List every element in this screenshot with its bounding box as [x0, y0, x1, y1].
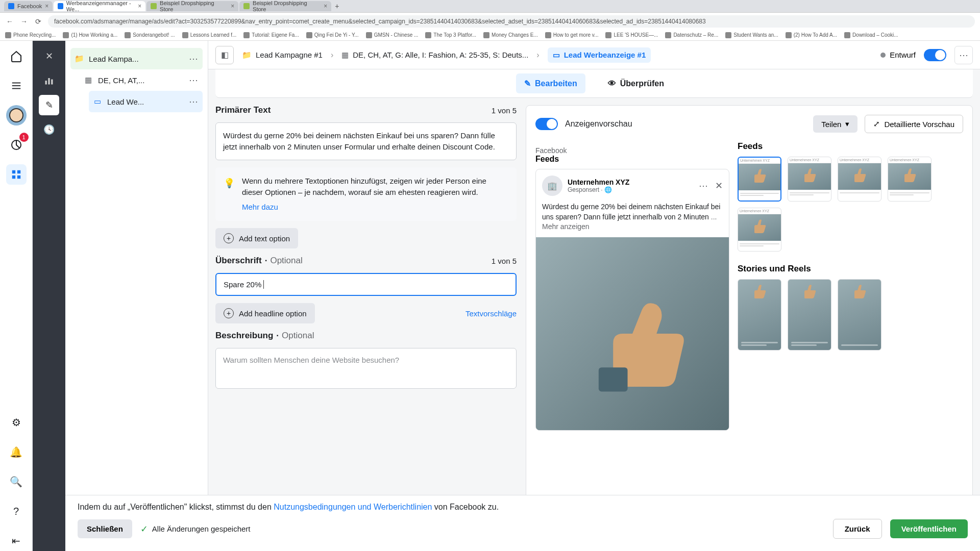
headline-input[interactable]: Spare 20% [215, 273, 517, 296]
bookmark-item[interactable]: Tutorial: Eigene Fa... [243, 32, 299, 38]
placement-thumb[interactable]: Unternehmen XYZ [788, 157, 831, 202]
folder-icon: 📁 [75, 54, 84, 63]
breadcrumb-ad[interactable]: ▭Lead Werbeanzeige #1 [548, 47, 651, 63]
close-icon[interactable]: × [138, 3, 141, 10]
tree-ad[interactable]: ▭ Lead We... ⋯ [89, 91, 203, 112]
bell-icon[interactable]: 🔔 [6, 442, 27, 462]
plus-icon: + [224, 308, 234, 318]
more-icon[interactable]: ⋯ [954, 46, 973, 64]
placement-story-thumb[interactable] [738, 279, 781, 350]
bookmarks-bar: Phone Recycling... (1) How Working a... … [0, 30, 980, 41]
help-icon[interactable]: ? [6, 501, 27, 521]
bookmark-item[interactable]: (2) How To Add A... [786, 32, 837, 38]
breadcrumb-campaign[interactable]: 📁Lead Kampagne #1 [242, 51, 323, 60]
breadcrumb-adset[interactable]: ▦DE, CH, AT, G: Alle, I: Fashion, A: 25-… [341, 51, 528, 60]
svg-rect-8 [45, 81, 47, 85]
more-icon[interactable]: ⋯ [189, 74, 199, 86]
chart-icon[interactable] [39, 70, 59, 91]
placement-story-thumb[interactable] [838, 279, 881, 350]
svg-rect-7 [17, 176, 20, 179]
info-box: 💡 Wenn du mehrere Textoptionen hinzufügs… [215, 167, 517, 221]
saved-status: ✓Alle Änderungen gespeichert [140, 523, 251, 535]
close-icon[interactable]: × [231, 3, 234, 10]
description-input[interactable]: Warum sollten Menschen deine Website bes… [215, 348, 517, 389]
clock-icon[interactable]: 🕓 [39, 119, 59, 140]
bookmark-item[interactable]: How to get more v... [545, 32, 599, 38]
editor-rail: ✕ ✎ 🕓 [33, 41, 65, 551]
browser-tab[interactable]: Facebook× [4, 1, 53, 11]
pencil-icon: ✎ [524, 79, 531, 88]
bookmark-item[interactable]: Sonderangebot! ... [125, 32, 175, 38]
add-headline-option-button[interactable]: +Add headline option [215, 303, 315, 323]
browser-tab[interactable]: Beispiel Dropshipping Store× [239, 1, 331, 11]
info-text: Wenn du mehrere Textoptionen hinzufügst,… [242, 177, 486, 197]
add-text-option-button[interactable]: +Add text option [215, 228, 298, 248]
bookmark-item[interactable]: GMSN - Chinese ... [366, 32, 419, 38]
panel-toggle-icon[interactable]: ◧ [215, 46, 234, 64]
placement-thumb[interactable]: Unternehmen XYZ [738, 208, 781, 252]
bookmark-item[interactable]: Lessons Learned f... [182, 32, 237, 38]
preview-toggle[interactable] [535, 118, 558, 130]
placement-thumb[interactable]: Unternehmen XYZ [888, 157, 932, 202]
toggle[interactable] [924, 49, 946, 61]
detailed-preview-button[interactable]: ⤢Detaillierte Vorschau [865, 115, 963, 133]
edit-icon[interactable]: ✎ [39, 95, 59, 115]
close-icon[interactable]: × [45, 3, 48, 10]
tab-edit[interactable]: ✎Bearbeiten [516, 73, 585, 93]
reload-icon[interactable]: ⟳ [34, 17, 43, 26]
plus-icon: + [224, 233, 234, 243]
bookmark-item[interactable]: Money Changes E... [483, 32, 538, 38]
menu-icon[interactable] [6, 76, 27, 96]
more-icon[interactable]: ⋯ [189, 96, 199, 107]
terms-link[interactable]: Nutzungsbedingungen und Werberichtlinien [274, 503, 432, 511]
tree-campaign[interactable]: 📁 Lead Kampa... ⋯ [70, 48, 203, 69]
publish-button[interactable]: Veröffentlichen [890, 519, 968, 538]
placement-thumb[interactable]: Unternehmen XYZ [838, 157, 881, 202]
share-button[interactable]: Teilen▾ [813, 115, 857, 133]
text-suggestions-link[interactable]: Textvorschläge [465, 309, 517, 318]
ad-preview-card: 🏢 Unternehmen XYZ Gesponsert · 🌐 ⋯✕ Würd… [535, 169, 729, 431]
bookmark-item[interactable]: LEE 'S HOUSE—... [605, 32, 658, 38]
primary-text-input[interactable]: Würdest du gerne 20% bei deinem nächsten… [215, 122, 517, 160]
draft-status: Entwurf [880, 51, 916, 59]
close-icon[interactable]: ✕ [39, 46, 59, 66]
ad-icon: ▭ [553, 51, 560, 60]
browser-tab[interactable]: Beispiel Dropshipping Store× [146, 1, 238, 11]
counter: 1 von 5 [492, 257, 517, 265]
bookmark-item[interactable]: Datenschutz – Re... [665, 32, 718, 38]
expand-icon: ⤢ [873, 119, 880, 129]
grid-icon[interactable] [6, 164, 27, 185]
bookmark-item[interactable]: Student Wants an... [725, 32, 778, 38]
avatar-icon[interactable] [6, 105, 27, 126]
back-icon[interactable]: ← [5, 17, 14, 26]
collapse-icon[interactable]: ⇤ [6, 531, 27, 551]
bookmark-item[interactable]: Phone Recycling... [5, 32, 56, 38]
new-tab-icon[interactable]: + [332, 2, 341, 11]
close-icon[interactable]: × [324, 3, 327, 10]
tab-review[interactable]: 👁Überprüfen [600, 74, 672, 93]
home-icon[interactable] [6, 46, 27, 66]
headline-label: Überschrift [215, 256, 262, 266]
tree-label: Lead We... [107, 97, 144, 106]
search-icon[interactable]: 🔍 [6, 471, 27, 492]
bookmark-item[interactable]: (1) How Working a... [63, 32, 117, 38]
back-button[interactable]: Zurück [833, 519, 882, 539]
tree-adset[interactable]: ▦ DE, CH, AT,... ⋯ [80, 69, 203, 91]
bookmark-item[interactable]: Qing Fei De Yi - Y... [306, 32, 359, 38]
close-button[interactable]: Schließen [78, 519, 132, 538]
more-icon[interactable]: ⋯ [699, 180, 708, 191]
more-icon[interactable]: ⋯ [189, 53, 199, 64]
footer-disclaimer: Indem du auf „Veröffentlichen" klickst, … [78, 503, 968, 512]
url-field[interactable]: facebook.com/adsmanager/manage/ads/edit?… [48, 15, 975, 28]
placement-thumb[interactable]: Unternehmen XYZ [738, 157, 781, 202]
bookmark-item[interactable]: The Top 3 Platfor... [425, 32, 476, 38]
pie-icon[interactable]: 1 [6, 135, 27, 155]
bookmark-item[interactable]: Download – Cooki... [844, 32, 898, 38]
footer-bar: Indem du auf „Veröffentlichen" klickst, … [65, 495, 980, 551]
learn-more-link[interactable]: Mehr dazu [242, 202, 508, 213]
gear-icon[interactable]: ⚙ [6, 412, 27, 433]
browser-tab-active[interactable]: Werbeanzeigenmanager - We...× [54, 1, 145, 11]
placement-story-thumb[interactable] [788, 279, 831, 350]
forward-icon[interactable]: → [19, 17, 29, 26]
close-icon[interactable]: ✕ [715, 180, 723, 191]
